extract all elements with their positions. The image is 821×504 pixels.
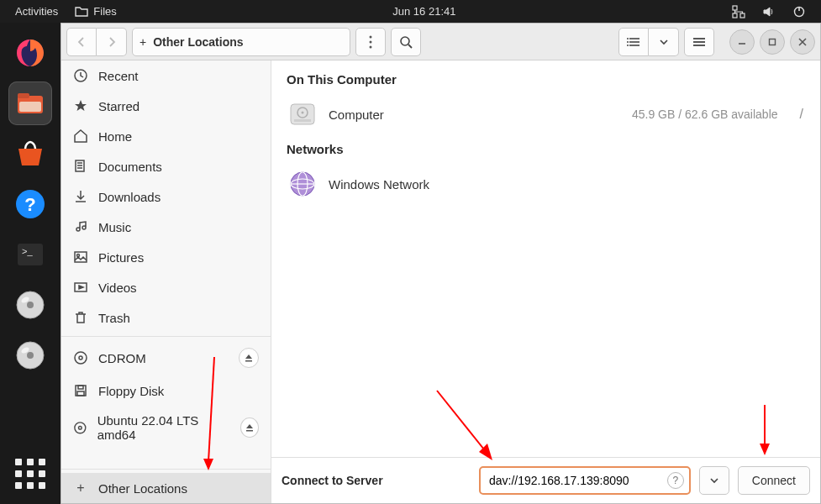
plus-icon: + bbox=[73, 480, 88, 496]
trash-icon bbox=[73, 310, 88, 325]
sidebar-label: Home bbox=[98, 129, 132, 144]
svg-point-29 bbox=[627, 41, 629, 43]
disc-icon bbox=[73, 350, 88, 365]
sidebar-item-music[interactable]: Music bbox=[61, 212, 271, 242]
headerbar: + Other Locations bbox=[61, 24, 820, 60]
svg-rect-35 bbox=[770, 39, 776, 45]
power-tray-icon[interactable] bbox=[784, 5, 814, 18]
svg-rect-47 bbox=[78, 386, 83, 389]
clock-icon bbox=[73, 68, 88, 83]
svg-point-20 bbox=[370, 35, 372, 38]
sidebar-item-trash[interactable]: Trash bbox=[61, 302, 271, 333]
sidebar-item-recent[interactable]: Recent bbox=[61, 60, 271, 91]
clock[interactable]: Jun 16 21:41 bbox=[384, 5, 464, 18]
dock-software[interactable] bbox=[8, 132, 52, 176]
row-label: Computer bbox=[329, 108, 384, 122]
close-button[interactable] bbox=[790, 29, 815, 55]
sidebar-item-pictures[interactable]: Pictures bbox=[61, 242, 271, 272]
documents-icon bbox=[73, 159, 88, 174]
help-icon[interactable]: ? bbox=[667, 472, 684, 489]
svg-point-54 bbox=[302, 112, 304, 114]
forward-button[interactable] bbox=[97, 28, 127, 56]
dock-help[interactable]: ? bbox=[8, 182, 52, 226]
files-window: + Other Locations bbox=[61, 23, 821, 504]
row-computer[interactable]: Computer 45.9 GB / 62.6 GB available / bbox=[287, 93, 805, 135]
sidebar-label: Music bbox=[98, 220, 131, 234]
server-address-wrap: ? bbox=[479, 466, 691, 495]
location-button[interactable]: + Other Locations bbox=[132, 28, 350, 56]
dock-terminal[interactable]: >_ bbox=[8, 233, 52, 276]
back-button[interactable] bbox=[66, 28, 97, 56]
svg-point-50 bbox=[78, 426, 82, 429]
section-on-this-computer: On This Computer bbox=[287, 72, 805, 87]
svg-rect-6 bbox=[18, 93, 29, 98]
svg-point-43 bbox=[75, 352, 87, 364]
sidebar-item-downloads[interactable]: Downloads bbox=[61, 181, 271, 212]
svg-rect-48 bbox=[77, 391, 84, 396]
sidebar-label: Ubuntu 22.04 LTS amd64 bbox=[97, 413, 230, 442]
location-label: Other Locations bbox=[153, 35, 243, 49]
svg-point-49 bbox=[75, 423, 86, 433]
connect-to-server-bar: Connect to Server ? Connect bbox=[271, 457, 820, 503]
svg-rect-51 bbox=[246, 430, 253, 432]
app-menu[interactable]: Files bbox=[66, 5, 124, 18]
sidebar-item-cdrom[interactable]: CDROM bbox=[61, 340, 271, 375]
network-tray-icon[interactable] bbox=[724, 5, 754, 18]
sidebar-separator bbox=[61, 336, 271, 337]
dock-firefox[interactable] bbox=[8, 31, 52, 75]
volume-tray-icon[interactable] bbox=[754, 5, 784, 18]
minimize-button[interactable] bbox=[729, 29, 755, 55]
folder-icon bbox=[75, 5, 88, 18]
home-icon bbox=[73, 129, 88, 144]
sidebar-label: Starred bbox=[98, 99, 139, 113]
maximize-button[interactable] bbox=[760, 29, 785, 55]
svg-point-28 bbox=[627, 38, 629, 39]
sidebar-item-floppy[interactable]: Floppy Disk bbox=[61, 375, 271, 406]
floppy-icon bbox=[73, 383, 88, 398]
music-icon bbox=[73, 219, 88, 234]
svg-text:?: ? bbox=[24, 194, 35, 215]
sidebar-label: Documents bbox=[98, 160, 162, 174]
row-label: Windows Network bbox=[329, 177, 429, 192]
top-panel: Activities Files Jun 16 21:41 bbox=[0, 0, 821, 23]
svg-point-22 bbox=[370, 45, 372, 48]
eject-button[interactable] bbox=[240, 417, 259, 438]
sidebar-item-other-locations[interactable]: + Other Locations bbox=[61, 473, 271, 503]
eject-button[interactable] bbox=[239, 348, 259, 368]
connect-button[interactable]: Connect bbox=[738, 466, 810, 495]
content-pane: On This Computer Computer 45.9 GB / 62.6… bbox=[271, 60, 820, 503]
sidebar-label: Videos bbox=[98, 281, 137, 295]
dock-disc-2[interactable] bbox=[8, 333, 52, 377]
list-view-button[interactable] bbox=[618, 28, 649, 56]
dock-show-apps[interactable] bbox=[15, 459, 45, 489]
sidebar-label: Trash bbox=[98, 311, 130, 325]
drive-icon bbox=[288, 100, 317, 129]
sidebar-item-home[interactable]: Home bbox=[61, 121, 271, 151]
view-menu-button[interactable] bbox=[355, 28, 386, 56]
server-address-input[interactable] bbox=[489, 474, 667, 487]
svg-point-30 bbox=[627, 45, 629, 46]
dock: ? >_ bbox=[0, 23, 61, 504]
svg-rect-40 bbox=[75, 252, 87, 262]
sidebar-item-starred[interactable]: Starred bbox=[61, 91, 271, 121]
activities-button[interactable]: Activities bbox=[7, 5, 66, 18]
row-mount: / bbox=[800, 107, 803, 122]
recent-servers-button[interactable] bbox=[699, 466, 729, 495]
videos-icon bbox=[73, 280, 88, 295]
row-windows-network[interactable]: Windows Network bbox=[287, 163, 805, 205]
dock-disc-1[interactable] bbox=[8, 283, 52, 327]
svg-rect-1 bbox=[740, 13, 745, 18]
svg-point-44 bbox=[79, 356, 82, 360]
sidebar-item-videos[interactable]: Videos bbox=[61, 272, 271, 302]
row-meta: 45.9 GB / 62.6 GB available bbox=[632, 108, 778, 121]
svg-rect-7 bbox=[19, 102, 41, 112]
app-menu-label: Files bbox=[93, 5, 116, 18]
view-options-button[interactable] bbox=[649, 28, 679, 56]
sidebar-item-documents[interactable]: Documents bbox=[61, 151, 271, 181]
svg-text:>_: >_ bbox=[22, 246, 33, 256]
hamburger-menu-button[interactable] bbox=[684, 28, 714, 56]
sidebar-item-ubuntu[interactable]: Ubuntu 22.04 LTS amd64 bbox=[61, 406, 271, 449]
dock-files[interactable] bbox=[8, 81, 52, 125]
search-button[interactable] bbox=[391, 28, 421, 56]
sidebar-label: Other Locations bbox=[98, 481, 187, 496]
